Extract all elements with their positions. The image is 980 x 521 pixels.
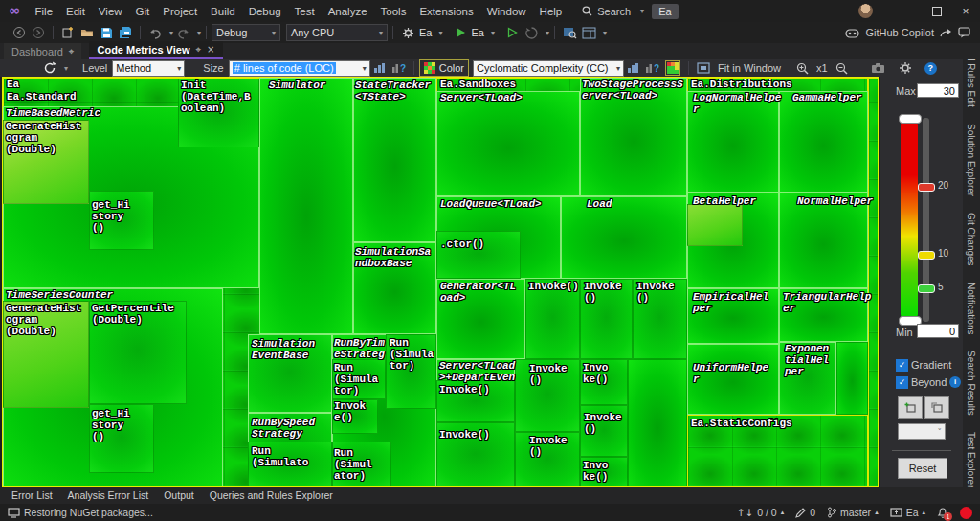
reset-button[interactable]: Reset (898, 458, 947, 479)
maximize-button[interactable] (923, 0, 951, 22)
sidetab-search-results[interactable]: Search Results (963, 346, 979, 420)
undo-icon[interactable] (146, 24, 164, 41)
pin-icon[interactable]: ⌖ (69, 46, 75, 57)
refresh-dropdown-icon[interactable]: ▾ (64, 64, 68, 73)
bottomtab-queries-and-rules-explorer[interactable]: Queries and Rules Explorer (202, 487, 341, 503)
pin-icon[interactable]: ⌖ (195, 44, 201, 56)
redo-icon[interactable] (174, 24, 191, 41)
close-button[interactable]: × (951, 0, 980, 22)
bottomtab-error-list[interactable]: Error List (4, 487, 60, 503)
avatar[interactable] (858, 4, 873, 18)
menu-edit[interactable]: Edit (59, 6, 92, 17)
copilot-area[interactable]: GitHub Copilot (845, 27, 970, 39)
chevron-down-icon[interactable]: ▾ (491, 29, 495, 37)
live-share-selector[interactable]: Ea▴ (890, 507, 925, 518)
chevron-down-icon[interactable]: ▾ (546, 29, 549, 37)
threshold-handle-5[interactable] (918, 284, 935, 293)
hot-reload-icon[interactable] (523, 24, 540, 41)
open-folder-icon[interactable] (78, 24, 96, 41)
type-simulator[interactable] (259, 78, 353, 334)
color-scheme-dropdown[interactable]: ˅ (898, 423, 946, 440)
max-input[interactable] (917, 83, 959, 98)
chevron-down-icon[interactable]: ▾ (439, 29, 443, 37)
fit-in-window-label[interactable]: Fit in Window (718, 62, 781, 74)
color-button[interactable]: Color (419, 59, 469, 77)
git-branch-selector[interactable]: master▴ (827, 507, 879, 518)
cell-filler-dist[interactable] (836, 342, 868, 415)
add-color-scheme-button[interactable] (898, 396, 923, 419)
copilot-share-icon[interactable] (940, 27, 952, 38)
pending-edits-counter[interactable]: 0 (795, 507, 815, 518)
help-icon[interactable]: ? (924, 62, 937, 75)
startup-settings-gear-icon[interactable] (399, 24, 416, 41)
refresh-icon[interactable] (43, 61, 56, 75)
menu-extensions[interactable]: Extensions (412, 6, 479, 17)
notifications-bell[interactable]: 1 (937, 507, 948, 518)
toolbar-overflow-icon[interactable]: ▾ (603, 29, 607, 37)
copy-color-scheme-button[interactable] (924, 396, 949, 419)
size-combo[interactable]: # lines of code (LOC)▾ (229, 60, 370, 77)
beyond-checkbox[interactable]: ✓ (896, 376, 908, 389)
solution-configuration-combo[interactable]: Debug▾ (212, 24, 280, 41)
bottomtab-output[interactable]: Output (156, 487, 202, 503)
menu-view[interactable]: View (92, 6, 129, 17)
menu-debug[interactable]: Debug (242, 6, 288, 17)
threshold-handle-10[interactable] (918, 251, 935, 260)
m-beta-light[interactable] (687, 204, 743, 246)
color-chart-icon[interactable] (627, 62, 639, 74)
tab-code-metrics-view[interactable]: Code Metrics View ⌖ × (89, 41, 222, 59)
color-scale-grid-icon[interactable] (665, 60, 680, 76)
type-normalhelper[interactable] (779, 193, 868, 288)
bottomtab-analysis-error-list[interactable]: Analysis Error List (60, 487, 157, 503)
cell-filler-sandboxes[interactable] (628, 359, 687, 487)
size-chart-icon[interactable] (373, 62, 386, 74)
close-icon[interactable]: × (207, 44, 214, 55)
menu-file[interactable]: File (29, 6, 60, 17)
sidetab-notifications[interactable]: Notifications (963, 278, 979, 339)
save-icon[interactable] (98, 24, 115, 41)
menu-analyze[interactable]: Analyze (322, 6, 374, 17)
fit-in-window-icon[interactable] (697, 62, 710, 74)
sidetab-queries-and-rules-edit[interactable]: Queries and Rules Edit (963, 59, 979, 112)
find-in-files-icon[interactable] (561, 24, 578, 41)
start-debugging-icon[interactable] (452, 24, 469, 41)
window-layout-icon[interactable] (580, 24, 597, 41)
redo-dropdown-icon[interactable]: ▾ (197, 29, 201, 37)
level-combo[interactable]: Method▾ (112, 60, 185, 77)
minimize-button[interactable] (894, 0, 923, 22)
zoom-out-icon[interactable] (835, 62, 848, 75)
copilot-chat-icon[interactable] (958, 27, 970, 38)
gradient-top-handle[interactable] (899, 114, 922, 124)
undo-dropdown-icon[interactable]: ▾ (169, 29, 173, 37)
type-load[interactable] (561, 196, 687, 279)
sidetab-git-changes[interactable]: Git Changes (963, 208, 979, 271)
type-gammahelper[interactable] (779, 91, 868, 193)
menu-window[interactable]: Window (480, 6, 533, 17)
menu-help[interactable]: Help (533, 6, 569, 17)
navigate-forward-icon[interactable] (30, 24, 47, 41)
code-metrics-treemap[interactable]: EaEa.StandardTimeBasedMetricGenerateHist… (2, 77, 879, 487)
save-all-icon[interactable] (117, 24, 134, 41)
screenshot-camera-icon[interactable] (871, 62, 885, 74)
threshold-handle-20[interactable] (918, 183, 935, 192)
menu-tools[interactable]: Tools (374, 6, 413, 17)
start-without-debugging-icon[interactable] (503, 24, 521, 41)
menu-build[interactable]: Build (204, 6, 242, 17)
min-input[interactable] (917, 324, 959, 338)
settings-gear-icon[interactable] (899, 61, 912, 75)
sidetab-solution-explorer[interactable]: Solution Explorer (963, 119, 979, 201)
zoom-in-icon[interactable] (796, 62, 809, 75)
info-icon[interactable]: i (949, 376, 961, 388)
type-server-tload[interactable] (436, 91, 580, 196)
menu-test[interactable]: Test (288, 6, 322, 17)
size-help-chart-icon[interactable]: ? (391, 62, 406, 74)
new-project-icon[interactable] (59, 24, 77, 41)
menu-git[interactable]: Git (129, 6, 157, 17)
ns-strip[interactable] (868, 78, 879, 487)
search-control[interactable]: Search ▾ (582, 6, 644, 17)
tab-dashboard[interactable]: Dashboard ⌖ (4, 43, 81, 59)
color-metric-combo[interactable]: Cyclomatic Complexity (CC)▾ (473, 60, 624, 77)
gradient-checkbox[interactable]: ✓ (896, 359, 908, 372)
solution-platform-combo[interactable]: Any CPU▾ (286, 24, 388, 41)
error-warning-counter[interactable]: ↑↓0 / 0▴ (737, 507, 785, 518)
